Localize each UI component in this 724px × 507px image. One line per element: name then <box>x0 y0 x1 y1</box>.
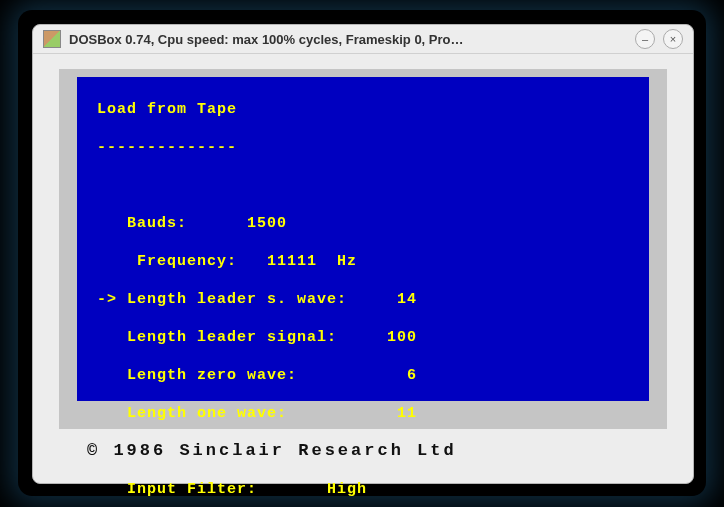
menu-heading: Load from Tape <box>77 100 649 119</box>
menu-divider: -------------- <box>77 138 649 157</box>
emulator-border: Load from Tape -------------- Bauds: 150… <box>59 69 667 429</box>
item-leader-signal[interactable]: Length leader signal: 100 <box>77 328 649 347</box>
window-title: DOSBox 0.74, Cpu speed: max 100% cycles,… <box>69 32 627 47</box>
titlebar[interactable]: DOSBox 0.74, Cpu speed: max 100% cycles,… <box>33 25 693 54</box>
item-one-wave[interactable]: Length one wave: 11 <box>77 404 649 423</box>
item-bauds[interactable]: Bauds: 1500 <box>77 214 649 233</box>
close-button[interactable]: × <box>663 29 683 49</box>
copyright-text: © 1986 Sinclair Research Ltd <box>87 441 457 460</box>
item-leader-swave[interactable]: -> Length leader s. wave: 14 <box>77 290 649 309</box>
app-icon <box>43 30 61 48</box>
item-input-filter[interactable]: Input Filter: High <box>77 480 649 499</box>
dosbox-window: DOSBox 0.74, Cpu speed: max 100% cycles,… <box>32 24 694 484</box>
item-frequency[interactable]: Frequency: 11111 Hz <box>77 252 649 271</box>
emulator-screen: Load from Tape -------------- Bauds: 150… <box>77 77 649 401</box>
item-zero-wave[interactable]: Length zero wave: 6 <box>77 366 649 385</box>
minimize-button[interactable]: – <box>635 29 655 49</box>
